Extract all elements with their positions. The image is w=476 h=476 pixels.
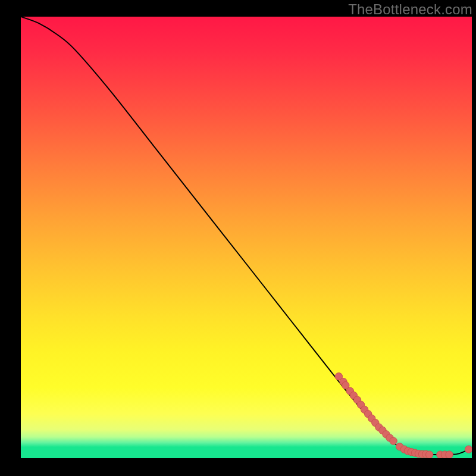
chart-svg — [21, 17, 472, 458]
chart-container: TheBottleneck.com — [0, 0, 476, 476]
data-points-group — [335, 373, 472, 459]
data-point — [390, 437, 397, 444]
bottleneck-curve — [21, 17, 472, 455]
data-point — [426, 451, 433, 458]
watermark-text: TheBottleneck.com — [348, 1, 472, 18]
data-point — [446, 451, 453, 458]
data-point — [465, 446, 472, 453]
